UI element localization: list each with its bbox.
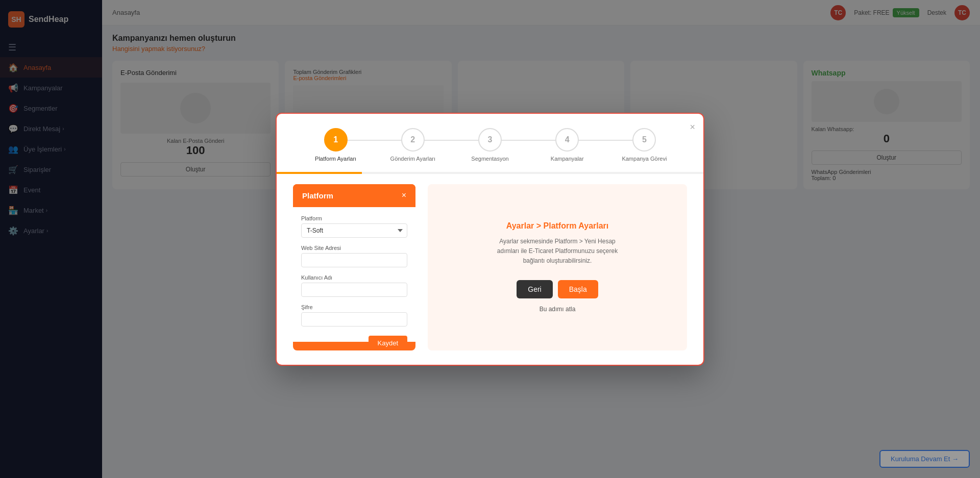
info-description: Ayarlar sekmesinde Platform > Yeni Hesap… [491,237,624,266]
website-group: Web Site Adresi [301,245,407,267]
geri-button[interactable]: Geri [517,280,552,298]
username-group: Kullanıcı Adı [301,274,407,297]
info-buttons: Geri Başla [517,280,598,298]
step-1: 1 Platform Ayarları [297,128,374,162]
step-2: 2 Gönderim Ayarları [374,128,451,162]
info-panel: Ayarlar > Platform Ayarları Ayarlar sekm… [428,184,687,350]
password-label: Şifre [301,304,407,310]
step-label-3: Segmentasyon [471,156,508,162]
info-title-prefix: Ayarlar > [506,221,544,230]
modal-overlay: × 1 Platform Ayarları 2 Gönderim Ayarlar… [0,0,980,478]
step-circle-1: 1 [324,128,348,152]
modal: × 1 Platform Ayarları 2 Gönderim Ayarlar… [276,113,704,366]
info-title: Ayarlar > Platform Ayarları [506,221,609,231]
step-4: 4 Kampanyalar [529,128,606,162]
step-label-2: Gönderim Ayarları [390,156,435,162]
step-circle-4: 4 [555,128,579,152]
form-panel: Platform × Platform T-Soft WooCommerce S… [293,184,415,350]
step-circle-2: 2 [401,128,425,152]
stepper: 1 Platform Ayarları 2 Gönderim Ayarları … [277,114,703,172]
website-input[interactable] [301,253,407,267]
password-input[interactable] [301,312,407,326]
form-close-button[interactable]: × [402,191,406,199]
step-label-4: Kampanyalar [551,156,584,162]
step-circle-5: 5 [632,128,656,152]
step-3: 3 Segmentasyon [451,128,528,162]
basla-button[interactable]: Başla [558,280,598,298]
username-input[interactable] [301,283,407,297]
platform-select[interactable]: T-Soft WooCommerce Shopify Magento OpenC… [301,223,407,238]
step-circle-3: 3 [478,128,502,152]
username-label: Kullanıcı Adı [301,274,407,281]
step-label-1: Platform Ayarları [315,156,356,162]
platform-label: Platform [301,215,407,221]
website-label: Web Site Adresi [301,245,407,251]
step-label-5: Kampanya Görevi [622,156,667,162]
save-button[interactable]: Kaydet [369,336,407,350]
platform-group: Platform T-Soft WooCommerce Shopify Mage… [301,215,407,238]
form-panel-header: Platform × [293,184,415,207]
step-5: 5 Kampanya Görevi [606,128,683,162]
modal-close-button[interactable]: × [690,122,695,133]
info-title-highlight: Platform Ayarları [544,221,609,230]
info-actions: Geri Başla Bu adımı atla [517,280,598,313]
form-panel-title: Platform [302,191,333,200]
password-group: Şifre [301,304,407,326]
modal-body: Platform × Platform T-Soft WooCommerce S… [277,174,703,365]
skip-link[interactable]: Bu adımı atla [540,306,576,313]
form-panel-body: Platform T-Soft WooCommerce Shopify Mage… [293,207,415,342]
